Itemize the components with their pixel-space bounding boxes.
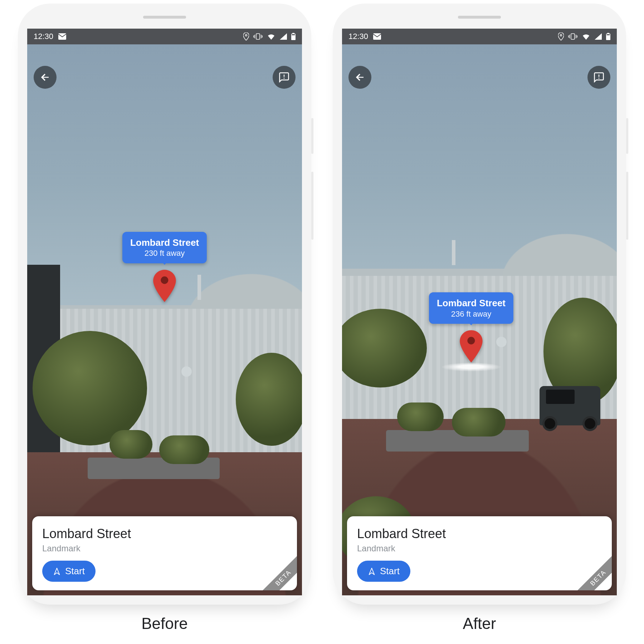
ar-callout: Lombard Street 236 ft away [429,292,513,377]
navigate-icon [53,567,61,575]
caption-before: Before [141,615,188,633]
phone-side-button [311,172,313,240]
tooltip-title: Lombard Street [437,297,506,309]
shrub [159,435,209,464]
back-button[interactable] [34,66,57,89]
ar-viewport[interactable]: Lombard Street 236 ft away Lombard Stree… [342,44,617,595]
destination-card[interactable]: Lombard Street Landmark Start BETA [347,516,612,590]
location-icon [558,33,564,40]
svg-rect-5 [292,34,295,35]
start-label: Start [380,566,400,577]
wifi-icon [267,33,275,40]
svg-point-10 [560,34,562,36]
feedback-button[interactable] [273,66,296,89]
map-pin-icon [460,330,483,362]
phone-side-button [626,172,628,240]
svg-point-1 [245,34,247,36]
after-column: 12:30 [333,4,626,633]
hill [491,226,617,283]
ground-disc [439,362,504,371]
vibrate-icon [568,33,577,40]
shrub [452,408,506,436]
beta-badge: BETA [257,551,297,590]
screen: 12:30 [342,29,617,595]
card-subtitle: Landmark [357,543,602,553]
tooltip-distance: 236 ft away [437,309,506,319]
shrub [397,402,444,431]
start-label: Start [65,566,85,577]
coit-tower [452,240,455,265]
card-subtitle: Landmark [42,543,287,553]
svg-rect-6 [284,75,285,77]
wifi-icon [582,33,590,40]
card-title: Lombard Street [42,526,287,541]
phone-frame: 12:30 [333,4,626,605]
start-button[interactable]: Start [42,561,96,582]
mail-icon [373,33,381,40]
tree [236,353,302,446]
screen: 12:30 [27,29,302,595]
svg-rect-11 [571,34,575,39]
tooltip-title: Lombard Street [130,237,199,249]
shrub [109,430,152,459]
cell-signal-icon [280,33,287,40]
cell-signal-icon [595,33,602,40]
map-pin-icon [153,270,176,302]
ar-callout: Lombard Street 230 ft away [122,232,207,302]
ar-tooltip: Lombard Street 230 ft away [122,232,207,263]
phone-speaker [143,16,186,19]
tree [33,331,147,445]
svg-rect-16 [599,78,600,79]
destination-card[interactable]: Lombard Street Landmark Start BETA [32,516,297,590]
status-bar: 12:30 [342,29,617,44]
ar-viewport[interactable]: Lombard Street 230 ft away Lombard Stree… [27,44,302,595]
beta-badge: BETA [571,551,612,590]
svg-rect-4 [292,33,294,34]
caption-after: After [463,615,496,633]
phone-speaker [458,16,501,19]
svg-rect-14 [607,34,610,35]
svg-point-8 [161,276,168,284]
status-time: 12:30 [34,32,53,41]
phone-frame: 12:30 [18,4,311,605]
back-button[interactable] [348,66,371,89]
svg-rect-13 [607,33,609,34]
before-column: 12:30 [18,4,311,633]
vibrate-icon [253,33,263,40]
phone-side-button [311,118,313,154]
svg-rect-2 [256,34,260,39]
location-icon [243,33,249,40]
navigate-icon [368,567,376,575]
vehicle [540,386,600,425]
battery-icon [606,33,610,40]
status-time: 12:30 [348,32,368,41]
battery-icon [291,33,296,40]
feedback-button[interactable] [587,66,610,89]
mail-icon [58,33,66,40]
svg-rect-15 [599,75,600,77]
ar-tooltip: Lombard Street 236 ft away [429,292,513,324]
tooltip-distance: 230 ft away [130,248,199,258]
svg-point-17 [467,337,475,345]
phone-side-button [626,118,628,154]
start-button[interactable]: Start [357,561,410,582]
svg-rect-7 [284,78,285,79]
status-bar: 12:30 [27,29,302,44]
card-title: Lombard Street [357,526,602,541]
